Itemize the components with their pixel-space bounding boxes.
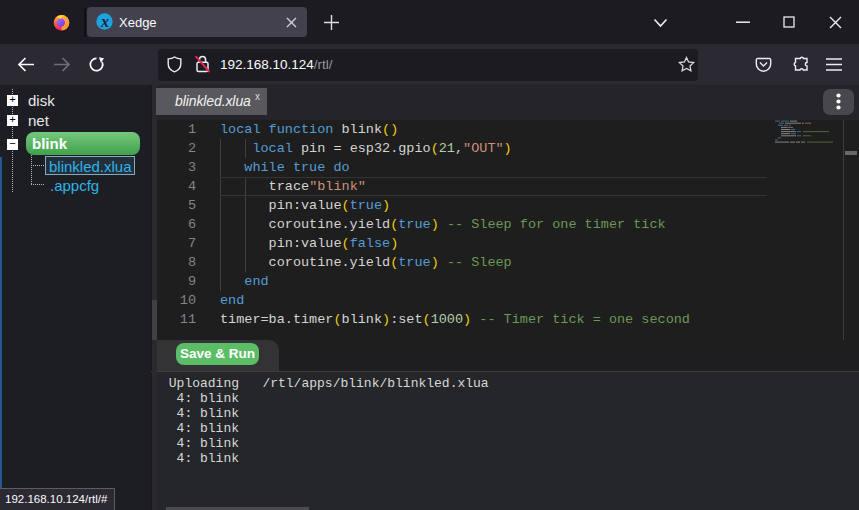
svg-text:x: x [100, 13, 109, 30]
